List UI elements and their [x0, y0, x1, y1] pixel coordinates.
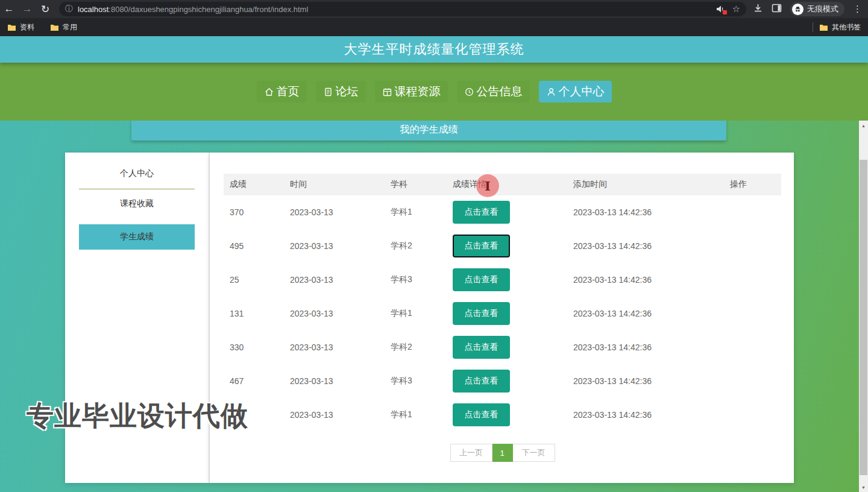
page-info-icon[interactable]: ⓘ [65, 4, 73, 14]
folder-icon [7, 24, 16, 31]
table-header-row: 成绩 时间 学科 成绩详情 添加时间 操作 [224, 174, 781, 195]
user-icon [546, 87, 556, 97]
nav-item-home[interactable]: 首页 [257, 81, 307, 102]
added-time-cell: 2023-03-13 14:42:36 [567, 410, 724, 420]
date-cell: 2023-03-13 [284, 207, 385, 217]
view-details-button[interactable]: 点击查看 [453, 268, 510, 291]
added-time-cell: 2023-03-13 14:42:36 [567, 309, 724, 318]
menu-kebab-icon[interactable]: ⋮ [853, 4, 862, 14]
score-detail-cell: 点击查看 [447, 268, 567, 291]
score-detail-cell: 点击查看 [447, 370, 567, 393]
sidebar-item-student-grades[interactable]: 学生成绩 [79, 224, 195, 250]
view-details-button[interactable]: 点击查看 [453, 201, 510, 224]
col-header-added-time: 添加时间 [567, 179, 724, 190]
scroll-up-icon[interactable]: ▲ [859, 121, 868, 130]
table-row: 25 2023-03-13 学科3 点击查看 2023-03-13 14:42:… [224, 263, 781, 297]
score-detail-cell: 点击查看 [447, 201, 567, 224]
score-cell: 467 [224, 376, 284, 386]
score-detail-cell: 点击查看 [447, 235, 567, 257]
reload-icon[interactable]: ↻ [36, 3, 54, 16]
next-page-button[interactable]: 下一页 [513, 444, 555, 462]
date-cell: 2023-03-13 [284, 309, 385, 318]
forward-icon[interactable]: → [18, 3, 36, 15]
site-title: 大学生平时成绩量化管理系统 [344, 40, 524, 58]
course-resources-icon [382, 87, 392, 97]
bookmark-folder[interactable]: 资料 [7, 22, 34, 33]
nav-item-personal-center[interactable]: 个人中心 [539, 81, 612, 102]
incognito-label: 无痕模式 [807, 4, 838, 14]
bookmarks-bar: 资料 常用 其他书签 [0, 18, 868, 36]
scrollbar-thumb[interactable] [860, 160, 867, 475]
subject-cell: 学科2 [385, 241, 447, 251]
nav-item-forum[interactable]: 论坛 [316, 81, 366, 102]
bookmarks-divider [813, 22, 813, 32]
main-nav: 首页 论坛 课程资源 公告信息 个人中心 [0, 63, 868, 121]
added-time-cell: 2023-03-13 14:42:36 [567, 241, 724, 251]
scrollbar[interactable]: ▲ ▼ [859, 121, 868, 492]
added-time-cell: 2023-03-13 14:42:36 [567, 376, 724, 386]
date-cell: 2023-03-13 [284, 241, 385, 251]
view-details-button[interactable]: 点击查看 [453, 336, 510, 359]
section-title: 我的学生成绩 [400, 124, 458, 136]
col-header-score-detail: 成绩详情 [447, 179, 567, 190]
browser-toolbar: ← → ↻ ⓘ localhost:8080/daxueshengpingshi… [0, 0, 868, 18]
table-row: 495 2023-03-13 学科2 点击查看 2023-03-13 14:42… [224, 229, 781, 263]
date-cell: 2023-03-13 [284, 275, 385, 285]
nav-item-course-resources[interactable]: 课程资源 [375, 81, 448, 102]
date-cell: 2023-03-13 [284, 342, 385, 352]
folder-icon [50, 24, 59, 31]
watermark-text: 专业毕业设计代做 [27, 398, 248, 434]
subject-cell: 学科1 [385, 207, 447, 218]
added-time-cell: 2023-03-13 14:42:36 [567, 207, 724, 217]
folder-icon [819, 24, 828, 31]
view-details-button[interactable]: 点击查看 [453, 403, 510, 426]
section-banner: 我的学生成绩 [131, 119, 726, 140]
nav-item-announcements[interactable]: 公告信息 [457, 81, 530, 102]
table-row: 330 2023-03-13 学科2 点击查看 2023-03-13 14:42… [224, 330, 781, 364]
score-detail-cell: 点击查看 [447, 403, 567, 426]
current-page-button[interactable]: 1 [492, 444, 513, 462]
prev-page-button[interactable]: 上一页 [450, 444, 492, 462]
view-details-button[interactable]: 点击查看 [453, 235, 510, 257]
audio-badge [723, 10, 727, 14]
col-header-subject: 学科 [385, 179, 447, 190]
date-cell: 2023-03-13 [284, 410, 385, 420]
col-header-score: 成绩 [224, 179, 284, 190]
back-icon[interactable]: ← [0, 3, 18, 15]
score-cell: 25 [224, 275, 284, 285]
view-details-button[interactable]: 点击查看 [453, 302, 510, 325]
sidebar-divider [79, 189, 195, 189]
col-header-actions: 操作 [724, 179, 781, 190]
table-row: 131 2023-03-13 学科1 点击查看 2023-03-13 14:42… [224, 297, 781, 330]
url-text[interactable]: localhost:8080/daxueshengpingshichengjil… [78, 5, 308, 14]
incognito-badge: 无痕模式 [790, 2, 844, 16]
score-detail-cell: 点击查看 [447, 336, 567, 359]
table-body: 370 2023-03-13 学科1 点击查看 2023-03-13 14:42… [224, 195, 781, 432]
date-cell: 2023-03-13 [284, 376, 385, 386]
bookmark-folder[interactable]: 常用 [50, 22, 77, 33]
score-cell: 495 [224, 241, 284, 251]
home-icon [264, 87, 274, 97]
table-row: 370 2023-03-13 学科1 点击查看 2023-03-13 14:42… [224, 195, 781, 229]
cursor-highlight: I [476, 174, 499, 197]
other-bookmarks[interactable]: 其他书签 [819, 22, 861, 33]
subject-cell: 学科1 [385, 308, 447, 319]
score-cell: 330 [224, 342, 284, 352]
tab-audio-icon[interactable] [716, 5, 725, 13]
scroll-down-icon[interactable]: ▼ [859, 482, 868, 492]
table-row: 231 2023-03-13 学科1 点击查看 2023-03-13 14:42… [224, 398, 781, 432]
subject-cell: 学科3 [385, 274, 447, 285]
side-panel-icon[interactable] [772, 4, 782, 15]
address-bar[interactable]: ⓘ localhost:8080/daxueshengpingshichengj… [59, 2, 746, 16]
pagination: 上一页 1 下一页 [224, 444, 781, 462]
sidebar-title: 个人中心 [79, 159, 195, 189]
subject-cell: 学科1 [385, 409, 447, 420]
sidebar-item-course-favorites[interactable]: 课程收藏 [79, 191, 195, 217]
bookmark-star-icon[interactable]: ☆ [732, 4, 740, 14]
download-icon[interactable] [753, 3, 763, 15]
table-row: 467 2023-03-13 学科3 点击查看 2023-03-13 14:42… [224, 364, 781, 398]
site-header: 大学生平时成绩量化管理系统 [0, 36, 868, 63]
view-details-button[interactable]: 点击查看 [453, 370, 510, 393]
text-cursor-icon: I [485, 178, 491, 194]
subject-cell: 学科2 [385, 342, 447, 353]
